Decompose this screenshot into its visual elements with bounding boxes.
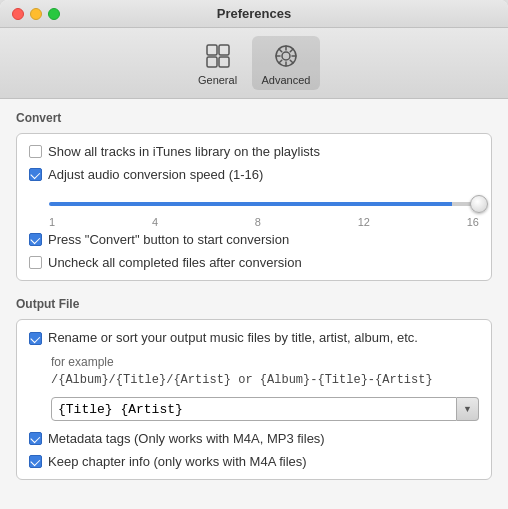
adjust-audio-label: Adjust audio conversion speed (1-16) [48, 167, 263, 182]
output-section: Output File Rename or sort your output m… [16, 297, 492, 480]
toolbar-label-general: General [198, 74, 237, 86]
output-example: for example /{Album}/{Title}/{Artist} or… [29, 353, 479, 389]
format-input-row: ▼ [29, 397, 479, 421]
speed-slider-wrapper [49, 194, 479, 214]
svg-rect-1 [219, 45, 229, 55]
slider-labels: 1 4 8 12 16 [49, 214, 479, 228]
metadata-label: Metadata tags (Only works with M4A, MP3 … [48, 431, 325, 446]
maximize-button[interactable] [48, 8, 60, 20]
show-all-tracks-checkbox[interactable] [29, 145, 42, 158]
svg-line-11 [290, 60, 293, 63]
chapter-label: Keep chapter info (only works with M4A f… [48, 454, 307, 469]
press-convert-checkbox[interactable] [29, 233, 42, 246]
metadata-row: Metadata tags (Only works with M4A, MP3 … [29, 431, 479, 446]
uncheck-completed-checkbox[interactable] [29, 256, 42, 269]
adjust-audio-row: Adjust audio conversion speed (1-16) [29, 167, 479, 182]
example-label: for example [51, 353, 479, 371]
toolbar-btn-advanced[interactable]: Advanced [252, 36, 321, 90]
close-button[interactable] [12, 8, 24, 20]
press-convert-row: Press "Convert" button to start conversi… [29, 232, 479, 247]
convert-section-box: Show all tracks in iTunes library on the… [16, 133, 492, 281]
convert-section-title: Convert [16, 111, 492, 125]
toolbar-buttons: General [172, 36, 337, 98]
preferences-window: Preferences General [0, 0, 508, 509]
uncheck-completed-label: Uncheck all completed files after conver… [48, 255, 302, 270]
svg-line-10 [279, 49, 282, 52]
speed-slider-container: 1 4 8 12 16 [29, 190, 479, 232]
svg-rect-3 [219, 57, 229, 67]
example-code: /{Album}/{Title}/{Artist} or {Album}-{Ti… [51, 371, 479, 389]
adjust-audio-checkbox[interactable] [29, 168, 42, 181]
svg-line-13 [279, 60, 282, 63]
toolbar-btn-general[interactable]: General [188, 36, 248, 90]
general-icon [202, 40, 234, 72]
svg-line-12 [290, 49, 293, 52]
toolbar-label-advanced: Advanced [262, 74, 311, 86]
traffic-lights [12, 8, 60, 20]
advanced-icon [270, 40, 302, 72]
show-all-tracks-label: Show all tracks in iTunes library on the… [48, 144, 320, 159]
convert-section: Convert Show all tracks in iTunes librar… [16, 111, 492, 281]
toolbar: General [0, 28, 508, 99]
slider-label-12: 12 [358, 216, 370, 228]
window-title: Preferences [217, 6, 291, 21]
show-all-tracks-row: Show all tracks in iTunes library on the… [29, 144, 479, 159]
svg-rect-0 [207, 45, 217, 55]
content-area: Convert Show all tracks in iTunes librar… [0, 99, 508, 509]
slider-label-16: 16 [467, 216, 479, 228]
chapter-checkbox[interactable] [29, 455, 42, 468]
speed-slider-thumb[interactable] [470, 195, 488, 213]
slider-label-8: 8 [255, 216, 261, 228]
rename-label: Rename or sort your output music files b… [48, 330, 418, 345]
slider-label-4: 4 [152, 216, 158, 228]
format-dropdown-button[interactable]: ▼ [457, 397, 479, 421]
titlebar: Preferences [0, 0, 508, 28]
output-section-box: Rename or sort your output music files b… [16, 319, 492, 480]
metadata-checkbox[interactable] [29, 432, 42, 445]
rename-checkbox[interactable] [29, 332, 42, 345]
press-convert-label: Press "Convert" button to start conversi… [48, 232, 289, 247]
svg-rect-2 [207, 57, 217, 67]
output-section-title: Output File [16, 297, 492, 311]
minimize-button[interactable] [30, 8, 42, 20]
format-input[interactable] [51, 397, 457, 421]
rename-row: Rename or sort your output music files b… [29, 330, 479, 345]
chapter-row: Keep chapter info (only works with M4A f… [29, 454, 479, 469]
slider-label-1: 1 [49, 216, 55, 228]
speed-slider-track [49, 202, 479, 206]
uncheck-completed-row: Uncheck all completed files after conver… [29, 255, 479, 270]
svg-point-5 [282, 52, 290, 60]
